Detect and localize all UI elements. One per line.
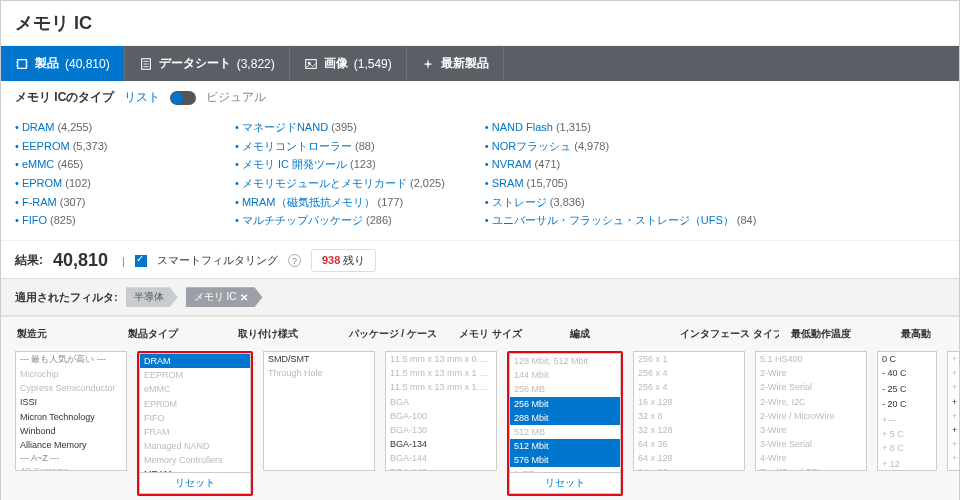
filter-option[interactable]: FIFO [140,411,250,425]
filter-option[interactable]: - 25 C [878,382,936,396]
filter-option[interactable]: 2-Wire Serial [756,380,866,394]
filter-option[interactable]: 256 x 1 [634,352,744,366]
filter-option[interactable]: BGA-144 [386,451,496,465]
filter-option[interactable]: BGA-134 [386,437,496,451]
filter-option[interactable]: 512 Mbit [510,439,620,453]
filter-option[interactable]: Alliance Memory [16,438,126,452]
filter-option[interactable]: 144 Mbit [510,368,620,382]
filter-option[interactable]: 2-Wire [756,366,866,380]
category-link[interactable]: eMMC (465) [15,155,195,174]
category-link[interactable]: メモリ IC 開発ツール (123) [235,155,445,174]
crumb-semiconductor[interactable]: 半導体 [126,287,178,307]
filter-option[interactable]: + 25 C [948,352,959,366]
filter-option[interactable]: 576 Mbit [510,453,620,467]
filter-option[interactable]: 4D Systems [16,464,126,471]
category-link[interactable]: メモリコントローラー (88) [235,137,445,156]
filter-option[interactable]: 256 MB [510,382,620,396]
category-link[interactable]: NORフラッシュ (4,978) [485,137,757,156]
tab-newest[interactable]: 最新製品 [407,46,504,81]
category-link[interactable]: NVRAM (471) [485,155,757,174]
category-link[interactable]: DRAM (4,255) [15,118,195,137]
filter-option[interactable]: 11.5 mm x 13 mm x 1 mm [386,366,496,380]
filter-option[interactable]: Micron Technology [16,410,126,424]
filter-option[interactable]: - 20 C [878,397,936,411]
filter-option[interactable]: + 105 [948,465,959,471]
category-link[interactable]: メモリモジュールとメモリカード (2,025) [235,174,445,193]
category-link[interactable]: マルチチップパッケージ (286) [235,211,445,230]
filter-option[interactable]: Cypress Semiconductor [16,381,126,395]
category-link[interactable]: NAND Flash (1,315) [485,118,757,137]
filter-option[interactable]: eMMC [140,382,250,396]
filter-option[interactable]: 256 Mbit [510,397,620,411]
filter-option[interactable]: Managed NAND [140,439,250,453]
filter-option[interactable]: 64 x 36 [634,437,744,451]
category-link[interactable]: EEPROM (5,373) [15,137,195,156]
tab-images[interactable]: 画像(1,549) [290,46,407,81]
filter-option[interactable]: Winbond [16,424,126,438]
category-link[interactable]: ユニバーサル・フラッシュ・ストレージ（UFS） (84) [485,211,757,230]
filter-option[interactable]: FRAM [140,425,250,439]
filter-option[interactable]: 3-Wire Serial [756,437,866,451]
filter-option[interactable]: ISSI [16,395,126,409]
help-icon[interactable]: ? [288,254,301,267]
filter-option[interactable]: 288 Mbit [510,411,620,425]
filter-option[interactable]: + 8 C [878,441,936,455]
filter-option[interactable]: + 55 C [948,366,959,380]
filter-option[interactable]: Microchip [16,367,126,381]
filter-option[interactable]: 2-Wire, I2C [756,395,866,409]
category-link[interactable]: MRAM（磁気抵抗メモリ） (177) [235,193,445,212]
filter-option[interactable]: + 95 C [948,437,959,451]
filter-option[interactable]: EEPROM [140,368,250,382]
view-toggle[interactable] [170,91,196,105]
filter-option[interactable]: 4-Wire [756,451,866,465]
filter-option[interactable]: + 70 C [948,409,959,423]
filter-option[interactable]: 2-Wire / MicroWire [756,409,866,423]
filter-option[interactable]: BGA-100 [386,409,496,423]
filter-option[interactable]: 32 x 128 [634,423,744,437]
filter-option[interactable]: Dual/Quad SPI [756,465,866,471]
filter-option[interactable]: MRAM [140,467,250,473]
filter-option[interactable]: 11.5 mm x 13 mm x 0.8 mm [386,352,496,366]
filter-option[interactable]: + 12 [878,457,936,471]
filter-option[interactable]: 256 x 4 [634,366,744,380]
filter-option[interactable]: + 60 C [948,380,959,394]
crumb-memory-ic[interactable]: メモリ IC ✕ [186,287,263,307]
category-link[interactable]: F-RAM (307) [15,193,195,212]
tab-products[interactable]: 製品(40,810) [1,46,125,81]
category-link[interactable]: SRAM (15,705) [485,174,757,193]
filter-option[interactable]: + 100 [948,451,959,465]
filter-option[interactable]: 16 x 128 [634,395,744,409]
filter-option[interactable]: Memory Controllers [140,453,250,467]
filter-option[interactable]: 64 x 128 [634,451,744,465]
category-link[interactable]: ストレージ (3,836) [485,193,757,212]
filter-option[interactable]: 128 Mbit, 512 Mbit [510,354,620,368]
filter-option[interactable]: - 40 C [878,366,936,380]
filter-option[interactable]: + 70 C [948,395,959,409]
smart-filter-checkbox[interactable] [135,255,147,267]
filter-option[interactable]: BGA-130 [386,423,496,437]
filter-option[interactable]: Through Hole [264,366,374,380]
filter-option[interactable]: BGA [386,395,496,409]
filter-option[interactable]: 64 x 16 [634,465,744,471]
filter-option[interactable]: 512 MB [510,425,620,439]
filter-option[interactable]: 3-Wire [756,423,866,437]
filter-option[interactable]: SMD/SMT [264,352,374,366]
filter-option[interactable]: 5.1 HS400 [756,352,866,366]
filter-option[interactable]: BGA-149 [386,465,496,471]
category-link[interactable]: EPROM (102) [15,174,195,193]
filter-option[interactable]: 11.5 mm x 13 mm x 1.2 mm [386,380,496,394]
filter-option[interactable]: + 85 C [948,423,959,437]
category-link[interactable]: マネージドNAND (395) [235,118,445,137]
filter-option[interactable]: 0 C [878,352,936,366]
filter-option[interactable]: EPROM [140,397,250,411]
filter-option[interactable]: 256 x 4 [634,380,744,394]
filter-option[interactable]: 32 x 8 [634,409,744,423]
filter-option[interactable]: + 5 C [878,427,936,441]
filter-option[interactable]: DRAM [140,354,250,368]
category-link[interactable]: FIFO (825) [15,211,195,230]
filter-option[interactable]: 1 GB [510,467,620,473]
list-view-link[interactable]: リスト [124,89,160,106]
filter-option[interactable]: +--- [878,413,936,427]
reset-product-type[interactable]: リセット [139,473,251,494]
reset-memory-size[interactable]: リセット [509,473,621,494]
